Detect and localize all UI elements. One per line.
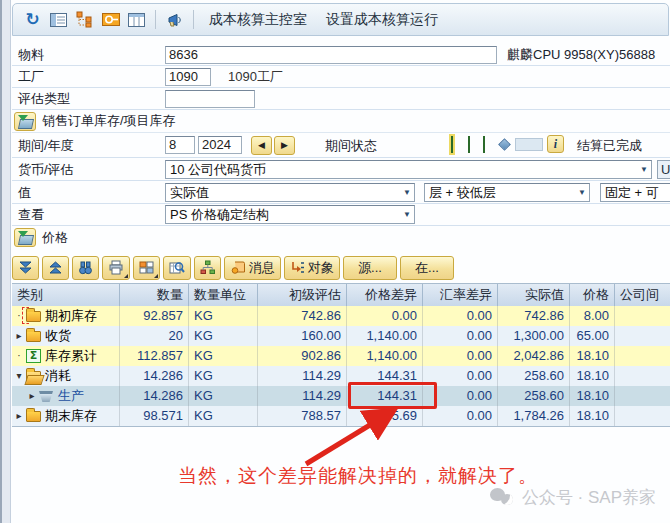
initial-valuation-cell: 902.86 — [258, 346, 347, 366]
find-button[interactable] — [72, 256, 99, 280]
price-cell: 18.10 — [570, 366, 615, 386]
table-row-consumption[interactable]: ▾消耗 14.286 KG 114.29 144.31 0.00 258.60 … — [12, 366, 670, 386]
hierarchy-view-button[interactable] — [194, 256, 221, 280]
choose-layout-button[interactable] — [133, 256, 160, 280]
table-row-cumulative-inventory[interactable]: ·Σ库存累计 112.857 KG 902.86 1,140.00 0.00 2… — [12, 346, 670, 366]
plant-label: 工厂 — [18, 66, 44, 88]
refresh-icon[interactable]: ↻ — [23, 10, 42, 29]
messages-button[interactable]: 消息 — [224, 256, 281, 280]
chevron-down-icon: ▼ — [637, 165, 651, 174]
actual-value-cell: 742.86 — [498, 306, 570, 326]
table-row-beginning-inventory[interactable]: ·期初库存 92.857 KG 742.86 0.00 0.00 742.86 … — [12, 306, 670, 326]
level-select[interactable]: 层 + 较低层 ▼ — [424, 183, 590, 202]
valuation-type-input[interactable] — [165, 90, 255, 108]
tree-expand-icon[interactable]: ▸ — [14, 326, 24, 346]
info-button[interactable]: i — [547, 135, 564, 153]
currency-code-fragment: US — [657, 160, 670, 179]
collapse-section-icon[interactable] — [14, 112, 36, 131]
initial-valuation-cell: 742.86 — [258, 306, 347, 326]
row-label: 生产 — [58, 386, 84, 406]
valuation-type-label: 评估类型 — [18, 88, 70, 110]
actual-value-cell: 1,300.00 — [498, 326, 570, 346]
objects-button-label: 对象 — [308, 259, 334, 277]
folder-icon — [26, 411, 41, 422]
collapse-section-icon[interactable] — [14, 228, 36, 247]
collapse-all-button[interactable] — [42, 256, 69, 280]
toolbar-separator — [155, 10, 156, 29]
column-header[interactable]: 数量 — [120, 284, 189, 306]
table-row-goods-receipt[interactable]: ▸收货 20 KG 160.00 1,140.00 0.00 1,300.00 … — [12, 326, 670, 346]
table-header: 类别 数量 数量单位 初级评估 价格差异 汇率差异 实际值 价格 公司间 — [12, 283, 670, 306]
folder-icon — [26, 331, 41, 342]
column-header[interactable]: 公司间 — [615, 284, 670, 306]
value-select[interactable]: 实际值 ▼ — [165, 183, 415, 202]
cost-estimate-cockpit-link[interactable]: 成本核算主控室 — [203, 11, 313, 29]
previous-period-button[interactable]: ◀ — [251, 136, 272, 155]
column-header[interactable]: 汇率差异 — [423, 284, 498, 306]
in-button[interactable]: 在... — [400, 256, 454, 280]
double-chevron-up-icon — [48, 260, 63, 275]
row-label: 期初库存 — [45, 306, 97, 326]
org-chart-icon — [200, 260, 215, 275]
currency-value: 10 公司代码货币 — [166, 161, 637, 179]
tree-collapse-icon[interactable]: ▾ — [14, 366, 24, 386]
material-description: 麒麟CPU 9958(XY)56888 — [507, 44, 655, 66]
column-header[interactable]: 实际值 — [498, 284, 570, 306]
objects-button[interactable]: 对象 — [284, 256, 340, 280]
status-square-icon — [451, 136, 453, 153]
source-button[interactable]: 源... — [343, 256, 397, 280]
menu-corner-icon — [124, 274, 128, 278]
table-view-icon[interactable] — [127, 10, 146, 29]
next-period-button[interactable]: ▶ — [274, 136, 295, 155]
watermark-text: 公众号 · SAP养家 — [522, 486, 656, 509]
table-row-production-selected[interactable]: ▸生产 14.286 KG 114.29 144.31 0.00 258.60 … — [12, 386, 670, 406]
in-button-label: 在... — [415, 259, 439, 277]
column-header[interactable]: 类别 — [12, 284, 120, 306]
period-screen-icon[interactable] — [101, 10, 120, 29]
row-label: 期末库存 — [45, 406, 97, 426]
year-input[interactable]: 2024 — [198, 136, 242, 154]
tree-expand-icon[interactable]: ▸ — [27, 386, 37, 406]
costing-run-icon[interactable] — [165, 10, 184, 29]
display-details-icon[interactable] — [49, 10, 68, 29]
sigma-icon: Σ — [26, 349, 41, 363]
currency-select[interactable]: 10 公司代码货币 ▼ — [165, 160, 652, 179]
period-input[interactable]: 8 — [165, 136, 195, 154]
cost-split-select[interactable]: 固定 + 可 — [600, 183, 670, 202]
status-slot — [515, 138, 543, 151]
column-header[interactable]: 数量单位 — [189, 284, 258, 306]
fx-diff-cell: 0.00 — [423, 326, 498, 346]
hierarchy-icon[interactable] — [75, 10, 94, 29]
view-select[interactable]: PS 价格确定结构 ▼ — [165, 205, 415, 224]
chevron-down-icon: ▼ — [400, 188, 414, 197]
print-button[interactable] — [102, 256, 130, 280]
toolbar-separator — [193, 10, 194, 29]
price-cell: 18.10 — [570, 386, 615, 406]
app-toolbar: ↻ 成本核算主控室 设置成本核算运行 — [12, 3, 669, 36]
currency-row: 货币/评估 10 公司代码货币 ▼ US — [12, 158, 670, 181]
setup-costing-run-link[interactable]: 设置成本核算运行 — [320, 11, 444, 29]
column-header[interactable]: 价格差异 — [347, 284, 423, 306]
binoculars-icon — [78, 260, 93, 275]
material-input[interactable]: 8636 — [165, 46, 497, 64]
double-chevron-down-icon — [18, 260, 33, 275]
expand-all-button[interactable] — [12, 256, 39, 280]
intercompany-cell — [615, 386, 670, 406]
settlement-status-text: 结算已完成 — [577, 133, 642, 158]
detail-search-button[interactable] — [163, 256, 191, 280]
header-form: 物料 8636 麒麟CPU 9958(XY)56888 工厂 1090 1090… — [12, 44, 670, 249]
column-header[interactable]: 价格 — [570, 284, 615, 306]
plant-input[interactable]: 1090 — [165, 68, 211, 86]
view-selected: PS 价格确定结构 — [166, 206, 400, 224]
fx-diff-cell: 0.00 — [423, 306, 498, 326]
intercompany-cell — [615, 366, 670, 386]
plant-description: 1090工厂 — [228, 66, 283, 88]
plant-row: 工厂 1090 1090工厂 — [12, 66, 670, 88]
level-selected: 层 + 较低层 — [425, 184, 575, 202]
column-header[interactable]: 初级评估 — [258, 284, 347, 306]
period-row: 期间/年度 8 2024 ◀ ▶ 期间状态 i 结算已完成 — [12, 133, 670, 158]
left-rail — [0, 0, 11, 523]
qty-cell: 92.857 — [120, 306, 189, 326]
tree-expand-icon[interactable]: ▸ — [14, 406, 24, 426]
source-button-label: 源... — [358, 259, 382, 277]
